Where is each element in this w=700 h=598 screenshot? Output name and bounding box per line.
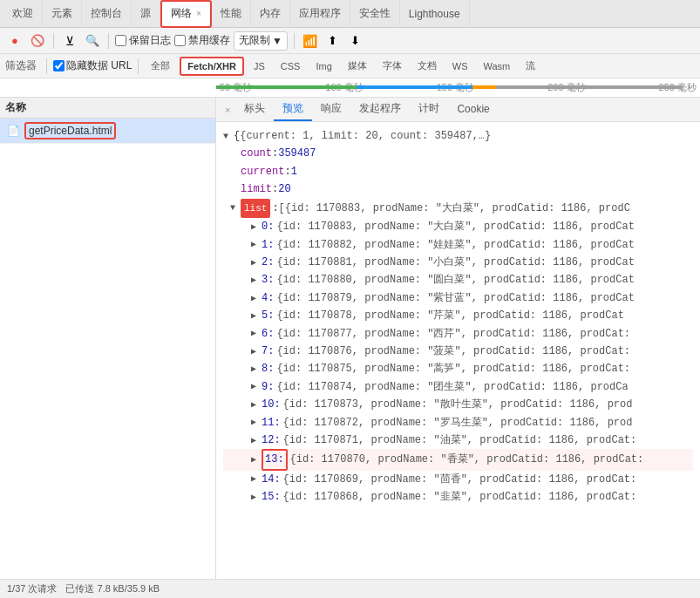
hide-data-url-input[interactable] [53,60,65,71]
item-arrow-15[interactable] [251,490,262,505]
json-item-12[interactable]: 12: {id: 1170871, prodName: "油菜", prodCa… [223,432,693,449]
response-content: { {current: 1, limit: 20, count: 359487,… [216,122,700,579]
filter-all-button[interactable]: 全部 [145,57,176,76]
separator-3 [294,33,295,49]
search-button[interactable]: 🔍 [83,31,102,51]
timeline-graph [216,85,683,89]
upload-button[interactable]: ⬆ [323,31,343,51]
resp-tab-initiator[interactable]: 发起程序 [350,98,410,121]
json-item-13[interactable]: 13: {id: 1170870, prodName: "香菜", prodCa… [223,449,693,470]
resp-tab-cookie[interactable]: Cookie [448,99,498,120]
json-item-9[interactable]: 9: {id: 1170874, prodName: "团生菜", prodCa… [223,378,693,396]
resp-tab-timing[interactable]: 计时 [410,98,448,121]
filter-img-button[interactable]: Img [309,57,337,76]
preserve-log-input[interactable] [115,35,126,46]
tab-memory-label: 内存 [260,6,281,21]
timeline-bar: 50 毫秒 100 毫秒 150 毫秒 200 毫秒 250 毫秒 [0,78,700,98]
json-item-5[interactable]: 5: {id: 1170878, prodName: "芹菜", prodCat… [223,307,693,324]
file-item-0[interactable]: 📄 getPriceData.html [0,119,215,144]
item-arrow-7[interactable] [251,344,262,359]
tab-sources[interactable]: 源 [132,0,160,28]
json-item-2[interactable]: 2: {id: 1170881, prodName: "小白菜", prodCa… [223,254,693,271]
filter-more-button[interactable]: 流 [520,57,541,76]
filter-font-button[interactable]: 字体 [377,57,408,76]
item-arrow-14[interactable] [251,472,262,486]
item-arrow-8[interactable] [251,362,262,377]
filter-wasm-button[interactable]: Wasm [478,57,517,76]
tab-network-close[interactable]: × [196,9,201,18]
list-expand-arrow[interactable] [230,200,241,215]
throttle-label: 无限制 [239,33,270,48]
filter-js-button[interactable]: JS [248,57,271,76]
item-arrow-3[interactable] [251,273,262,288]
filter-media-button[interactable]: 媒体 [342,57,373,76]
item-arrow-6[interactable] [251,326,262,341]
hide-data-url-checkbox[interactable]: 隐藏数据 URL [53,58,132,73]
json-item-3[interactable]: 3: {id: 1170880, prodName: "圆白菜", prodCa… [223,271,693,289]
tab-console[interactable]: 控制台 [82,0,132,28]
tab-welcome[interactable]: 欢迎 [3,0,43,28]
json-item-14[interactable]: 14: {id: 1170869, prodName: "茴香", prodCa… [223,471,693,488]
preserve-log-checkbox[interactable]: 保留日志 [115,33,171,48]
item-arrow-10[interactable] [251,398,262,412]
json-root-line[interactable]: { {current: 1, limit: 20, count: 359487,… [223,127,693,145]
item-index-4: 4: [262,289,274,307]
resp-tab-response[interactable]: 响应 [312,98,350,121]
json-item-15[interactable]: 15: {id: 1170868, prodName: "韭菜", prodCa… [223,488,693,506]
tab-welcome-label: 欢迎 [12,6,33,21]
root-open: { [234,127,240,145]
tab-memory[interactable]: 内存 [251,0,290,28]
file-list-header: 名称 [0,98,215,119]
download-button[interactable]: ⬇ [346,31,365,51]
disable-cache-checkbox[interactable]: 禁用缓存 [174,33,230,48]
item-index-13: 13: [262,449,288,470]
item-arrow-9[interactable] [251,379,262,394]
item-index-7: 7: [262,343,274,360]
json-item-10[interactable]: 10: {id: 1170873, prodName: "散叶生菜", prod… [223,396,693,413]
json-item-1[interactable]: 1: {id: 1170882, prodName: "娃娃菜", prodCa… [223,236,693,254]
json-item-7[interactable]: 7: {id: 1170876, prodName: "菠菜", prodCat… [223,343,693,360]
tab-security[interactable]: 安全性 [350,0,400,28]
item-preview-12: {id: 1170871, prodName: "油菜", prodCatid:… [283,432,637,449]
item-arrow-11[interactable] [251,415,262,430]
online-button[interactable]: 📶 [301,31,320,51]
tab-sources-label: 源 [140,6,151,21]
resp-tab-preview[interactable]: 预览 [274,98,312,121]
tab-elements[interactable]: 元素 [43,0,82,28]
limit-key: limit [241,180,272,198]
filter-fetch-xhr-button[interactable]: Fetch/XHR [180,57,244,76]
tab-lighthouse[interactable]: Lighthouse [400,0,470,28]
tab-network[interactable]: 网络 × [160,0,212,28]
tab-performance[interactable]: 性能 [212,0,251,28]
item-arrow-2[interactable] [251,255,262,270]
item-arrow-1[interactable] [251,237,262,252]
json-item-8[interactable]: 8: {id: 1170875, prodName: "蒿笋", prodCat… [223,360,693,377]
item-arrow-13[interactable] [251,452,262,467]
item-arrow-12[interactable] [251,433,262,448]
root-expand-arrow[interactable] [223,129,234,144]
tab-console-label: 控制台 [91,6,122,21]
record-button[interactable]: ● [5,31,24,51]
json-item-4[interactable]: 4: {id: 1170879, prodName: "紫甘蓝", prodCa… [223,289,693,307]
resp-tab-close[interactable]: × [220,101,235,119]
json-list-header-line[interactable]: list : [{id: 1170883, prodName: "大白菜", p… [223,199,693,219]
item-arrow-5[interactable] [251,309,262,323]
filter-doc-button[interactable]: 文档 [411,57,443,76]
disable-cache-input[interactable] [174,35,186,46]
json-item-11[interactable]: 11: {id: 1170872, prodName: "罗马生菜", prod… [223,414,693,432]
json-item-0[interactable]: 0: {id: 1170883, prodName: "大白菜", prodCa… [223,218,693,235]
filter-toggle-button[interactable]: ⊻ [60,31,79,51]
tab-performance-label: 性能 [221,6,241,21]
stop-button[interactable]: 🚫 [28,31,47,51]
json-item-6[interactable]: 6: {id: 1170877, prodName: "西芹", prodCat… [223,325,693,343]
tab-application[interactable]: 应用程序 [290,0,350,28]
filter-bar: 筛选器 隐藏数据 URL 全部 Fetch/XHR JS CSS Img 媒体 … [0,54,700,78]
filter-css-button[interactable]: CSS [275,57,307,76]
filter-ws-button[interactable]: WS [446,57,474,76]
item-preview-0: {id: 1170883, prodName: "大白菜", prodCatid… [276,218,634,235]
filter-label: 筛选器 [5,58,37,73]
item-arrow-0[interactable] [251,220,262,234]
resp-tab-headers[interactable]: 标头 [235,98,274,121]
item-arrow-4[interactable] [251,291,262,306]
throttle-dropdown[interactable]: 无限制 ▼ [234,31,288,51]
